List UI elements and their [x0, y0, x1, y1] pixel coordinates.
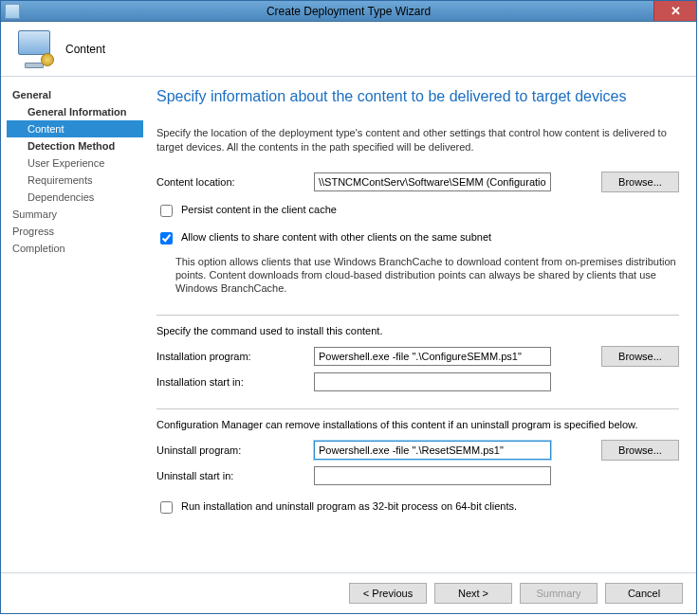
- page-intro: Specify the location of the deployment t…: [156, 126, 679, 154]
- sidebar-item-user-experience[interactable]: User Experience: [7, 154, 143, 172]
- install-section-intro: Specify the command used to install this…: [156, 325, 679, 336]
- sidebar-item-detection-method[interactable]: Detection Method: [7, 137, 143, 154]
- sidebar-item-requirements[interactable]: Requirements: [7, 172, 143, 189]
- divider-1: [156, 315, 679, 316]
- sidebar-item-general-information[interactable]: General Information: [7, 103, 143, 120]
- sidebar-item-general[interactable]: General: [7, 86, 143, 103]
- window-title: Create Deployment Type Wizard: [267, 5, 431, 18]
- close-icon: ✕: [671, 4, 681, 18]
- page-heading: Specify information about the content to…: [156, 88, 679, 105]
- browse-uninstall-program-button[interactable]: Browse...: [601, 440, 679, 461]
- close-button[interactable]: ✕: [653, 1, 696, 21]
- wizard-header: Content: [1, 22, 696, 77]
- persist-content-input[interactable]: [160, 205, 173, 217]
- divider-2: [156, 408, 679, 409]
- run-32bit-checkbox[interactable]: Run installation and uninstall program a…: [156, 500, 679, 516]
- branchcache-note: This option allows clients that use Wind…: [175, 255, 679, 296]
- run-32bit-input[interactable]: [160, 501, 173, 514]
- titlebar: Create Deployment Type Wizard ✕: [1, 1, 696, 22]
- browse-install-program-button[interactable]: Browse...: [601, 346, 679, 367]
- content-location-input[interactable]: [314, 172, 551, 191]
- sidebar-item-completion[interactable]: Completion: [7, 240, 143, 257]
- run-32bit-label: Run installation and uninstall program a…: [181, 500, 517, 512]
- sidebar-item-content[interactable]: Content: [7, 120, 143, 137]
- install-start-input[interactable]: [314, 372, 551, 391]
- allow-share-input[interactable]: [160, 232, 173, 245]
- cancel-button[interactable]: Cancel: [605, 583, 683, 604]
- wizard-main: Specify information about the content to…: [143, 77, 696, 572]
- app-icon: [5, 4, 20, 19]
- browse-content-location-button[interactable]: Browse...: [601, 172, 679, 192]
- uninstall-program-label: Uninstall program:: [156, 444, 308, 456]
- install-program-label: Installation program:: [156, 351, 308, 362]
- persist-content-label: Persist content in the client cache: [181, 204, 337, 215]
- summary-button[interactable]: Summary: [520, 583, 598, 604]
- previous-button[interactable]: < Previous: [349, 583, 427, 604]
- sidebar-item-summary[interactable]: Summary: [7, 206, 143, 223]
- wizard-footer: < Previous Next > Summary Cancel: [1, 572, 696, 613]
- wizard-sidebar: GeneralGeneral InformationContentDetecti…: [1, 77, 143, 572]
- content-location-label: Content location:: [156, 176, 308, 188]
- sidebar-item-progress[interactable]: Progress: [7, 223, 143, 240]
- allow-share-label: Allow clients to share content with othe…: [181, 231, 491, 243]
- monitor-icon: [14, 30, 54, 68]
- install-start-label: Installation start in:: [156, 376, 308, 388]
- step-title: Content: [65, 43, 105, 56]
- persist-content-checkbox[interactable]: Persist content in the client cache: [156, 204, 679, 220]
- uninstall-program-input[interactable]: [314, 441, 551, 460]
- uninstall-start-input[interactable]: [314, 466, 551, 485]
- sidebar-item-dependencies[interactable]: Dependencies: [7, 189, 143, 206]
- install-program-input[interactable]: [314, 347, 551, 366]
- uninstall-section-intro: Configuration Manager can remove install…: [156, 419, 679, 430]
- wizard-window: Create Deployment Type Wizard ✕ Content …: [0, 0, 697, 614]
- uninstall-start-label: Uninstall start in:: [156, 470, 308, 481]
- next-button[interactable]: Next >: [434, 583, 512, 604]
- allow-share-checkbox[interactable]: Allow clients to share content with othe…: [156, 231, 679, 247]
